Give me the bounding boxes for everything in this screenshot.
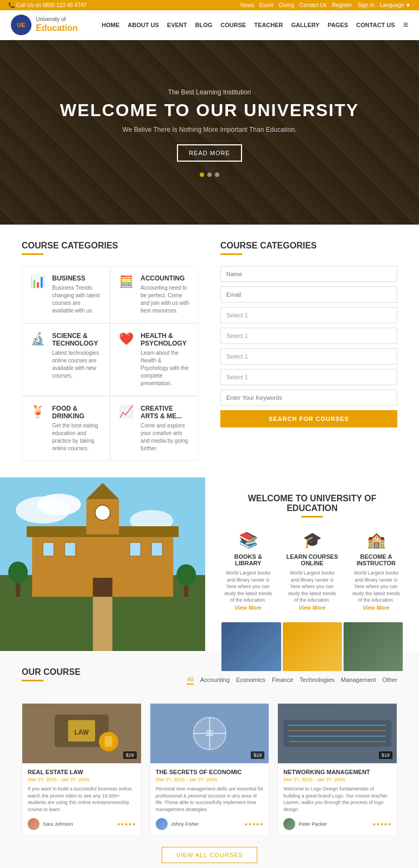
our-course-section: OUR COURSE All Accounting Economics Fina… — [0, 651, 419, 868]
hamburger-icon[interactable]: ≡ — [403, 20, 408, 30]
svg-text:LAW: LAW — [74, 729, 89, 736]
hero-dots — [60, 173, 359, 177]
cat-accounting-desc: Accounting need to be perfect. Come and … — [141, 284, 190, 315]
keyword-input[interactable] — [220, 390, 397, 406]
cat-food-desc: Get the best eating education and practi… — [52, 422, 101, 452]
library-view-more[interactable]: View More — [235, 605, 262, 611]
select-2[interactable]: Select 1 — [220, 328, 397, 344]
tab-other[interactable]: Other — [382, 675, 397, 684]
svg-rect-13 — [151, 542, 162, 556]
cat-accounting-name: ACCOUNTING — [141, 275, 190, 282]
cat-accounting[interactable]: 🧮 ACCOUNTING Accounting need to be perfe… — [110, 266, 199, 323]
categories-left: COURSE CATEGORIES 📊 BUSINESS Business Tr… — [22, 241, 199, 461]
nav-pages[interactable]: PAGES — [328, 22, 348, 28]
hero-read-more-button[interactable]: READ MORE — [177, 144, 242, 162]
nav-blog[interactable]: BLOG — [195, 22, 212, 28]
dot-1[interactable] — [200, 173, 204, 177]
instructor-name: BECOME A INSTRUCTOR — [350, 553, 403, 566]
cat-creative[interactable]: 📈 CREATIVE ARTS & ME... Come and explore… — [110, 396, 199, 461]
select-1[interactable]: Select 1 — [220, 307, 397, 323]
signin-link[interactable]: Sign In — [358, 2, 374, 8]
nav-contact[interactable]: CONTACT US — [356, 22, 395, 28]
nav-course[interactable]: COURSE — [220, 22, 246, 28]
svg-rect-25 — [105, 736, 112, 747]
cat-creative-text: CREATIVE ARTS & ME... Come and explore y… — [141, 405, 190, 452]
cat-accounting-text: ACCOUNTING Accounting need to be perfect… — [141, 275, 190, 315]
cat-business[interactable]: 📊 BUSINESS Business Trends changing with… — [22, 266, 110, 323]
nav-teacher[interactable]: TEACHER — [254, 22, 283, 28]
instructor-desc: World Largest books and library center i… — [350, 570, 403, 604]
svg-point-2 — [37, 494, 81, 515]
hero-description: We Belive There Is Nothing More Importan… — [60, 126, 359, 133]
nav-event[interactable]: Event — [259, 2, 274, 8]
logo: UE University of Education — [11, 15, 78, 35]
networking-course-desc: Welcome to Logo Design fundamentals of b… — [283, 786, 391, 813]
hero-section: The Best Learning Institution WELCOME TO… — [0, 40, 419, 225]
email-input[interactable] — [220, 286, 397, 303]
cat-food[interactable]: 🍹 FOOD & DRINKING Get the best eating ed… — [22, 396, 110, 461]
categories-grid: 📊 BUSINESS Business Trends changing with… — [22, 266, 199, 461]
register-link[interactable]: Register — [332, 2, 352, 8]
cat-health[interactable]: ❤️ HEALTH & PSYCHOLOGY Learn about the H… — [110, 323, 199, 396]
course-tabs: All Accounting Economics Finance Technol… — [187, 675, 397, 685]
view-all-courses-button[interactable]: VIEW ALL COURSES — [162, 847, 257, 863]
categories-left-title: COURSE CATEGORIES — [22, 241, 199, 251]
cat-health-text: HEALTH & PSYCHOLOGY Learn about the Heal… — [141, 332, 190, 387]
health-icon: ❤️ — [119, 332, 135, 346]
online-icon: 🎓 — [285, 531, 339, 549]
categories-title-line — [22, 253, 43, 255]
logo-bottom: Education — [36, 23, 78, 33]
hero-title: WELCOME TO OUR UNIVERSITY — [60, 100, 359, 120]
law-course-desc: If you want to build a successful busine… — [28, 786, 136, 813]
nav-news[interactable]: News — [240, 2, 254, 8]
tab-all[interactable]: All — [187, 675, 193, 685]
svg-rect-19 — [93, 597, 112, 651]
nav-giving[interactable]: Giving — [279, 2, 294, 8]
tab-economics[interactable]: Economics — [236, 675, 265, 684]
online-view-more[interactable]: View More — [299, 605, 325, 611]
cat-business-name: BUSINESS — [52, 275, 101, 282]
library-icon: 📚 — [221, 531, 275, 549]
cat-science[interactable]: 🔬 SCIENCE & TECHNOLOGY Latest technologi… — [22, 323, 110, 396]
dot-3[interactable] — [215, 173, 219, 177]
course-img-networking: $18 — [278, 704, 397, 763]
tab-management[interactable]: Management — [341, 675, 376, 684]
svg-rect-14 — [93, 578, 112, 597]
nav-gallery[interactable]: GALLERY — [291, 22, 320, 28]
course-card-law: LAW $29 REAL ESTATE LAW Dec 27, 2015 - J… — [22, 703, 142, 836]
cat-creative-name: CREATIVE ARTS & ME... — [141, 405, 190, 420]
tab-accounting[interactable]: Accounting — [200, 675, 230, 684]
tab-finance[interactable]: Finance — [272, 675, 293, 684]
cat-business-text: BUSINESS Business Trends changing with l… — [52, 275, 101, 315]
networking-price: $18 — [379, 751, 392, 759]
tab-technologies[interactable]: Technologies — [300, 675, 334, 684]
select-3[interactable]: Select 1 — [220, 348, 397, 365]
nav-event[interactable]: EVENT — [167, 22, 187, 28]
creative-icon: 📈 — [119, 405, 135, 419]
cat-food-text: FOOD & DRINKING Get the best eating educ… — [52, 405, 101, 452]
top-bar: 📞 Call Us on 0800 123 46 4747 News Event… — [0, 0, 419, 10]
economics-course-desc: Personal time management skills are esse… — [156, 786, 264, 813]
instructor-view-more[interactable]: View More — [363, 605, 389, 611]
dot-2[interactable] — [207, 173, 212, 177]
language-selector[interactable]: Language ▼ — [380, 2, 411, 8]
course-title-text: OUR COURSE — [22, 667, 80, 677]
networking-course-author: Peter Packer ★★★★★ — [283, 818, 391, 830]
nav-home[interactable]: HOME — [101, 22, 119, 28]
feature-online: 🎓 LEARN COURSES ONLINE World Largest boo… — [285, 531, 339, 611]
johny-avatar — [156, 818, 168, 830]
nav-about[interactable]: ABOUT US — [128, 22, 158, 28]
accounting-icon: 🧮 — [119, 275, 135, 289]
uni-photo-1 — [221, 622, 281, 671]
economics-stars: ★★★★★ — [244, 822, 263, 827]
instructor-icon: 🏫 — [350, 531, 403, 549]
course-img-law: LAW $29 — [22, 704, 141, 763]
university-section: WELCOME TO UNIVERSITY OF EDUCATION 📚 BOO… — [0, 477, 419, 651]
course-card-economics: ⚖ $18 THE SECRETS OF ECONOMIC Dec 27, 20… — [150, 703, 270, 836]
nav-contact[interactable]: Contact Us — [300, 2, 326, 8]
course-networking-body: NETWORKING MANAGEMENT Dec 27, 2015 - Jan… — [278, 763, 397, 835]
select-4[interactable]: Select 1 — [220, 369, 397, 385]
name-input[interactable] — [220, 266, 397, 282]
search-courses-button[interactable]: SEARCH FOR COURSES — [220, 410, 397, 427]
logo-icon: UE — [11, 15, 31, 35]
